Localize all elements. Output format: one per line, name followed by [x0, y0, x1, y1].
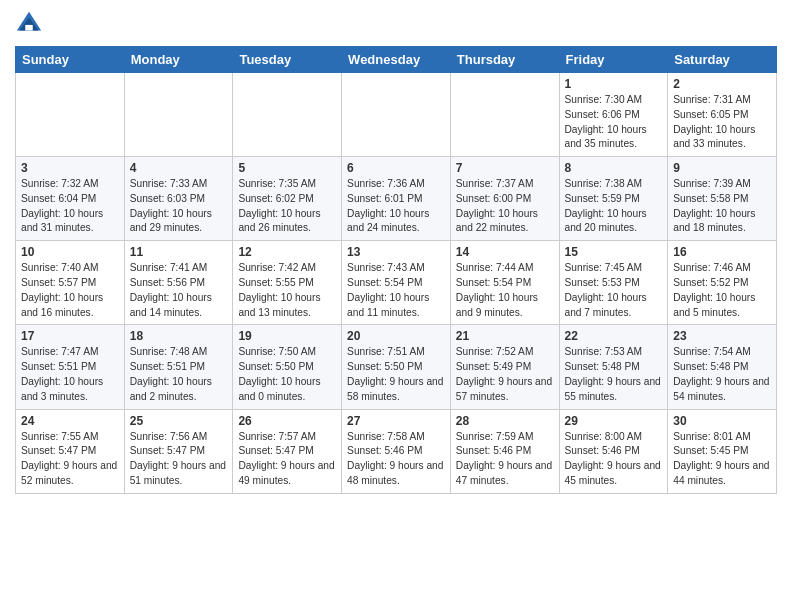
day-number: 25: [130, 414, 228, 428]
day-number: 28: [456, 414, 554, 428]
calendar-cell: 10Sunrise: 7:40 AM Sunset: 5:57 PM Dayli…: [16, 241, 125, 325]
calendar-cell: 25Sunrise: 7:56 AM Sunset: 5:47 PM Dayli…: [124, 409, 233, 493]
day-number: 16: [673, 245, 771, 259]
day-number: 24: [21, 414, 119, 428]
calendar-cell: 28Sunrise: 7:59 AM Sunset: 5:46 PM Dayli…: [450, 409, 559, 493]
day-info: Sunrise: 7:32 AM Sunset: 6:04 PM Dayligh…: [21, 177, 119, 236]
day-number: 21: [456, 329, 554, 343]
day-info: Sunrise: 7:38 AM Sunset: 5:59 PM Dayligh…: [565, 177, 663, 236]
calendar-cell: 30Sunrise: 8:01 AM Sunset: 5:45 PM Dayli…: [668, 409, 777, 493]
day-number: 5: [238, 161, 336, 175]
day-info: Sunrise: 7:59 AM Sunset: 5:46 PM Dayligh…: [456, 430, 554, 489]
day-number: 23: [673, 329, 771, 343]
calendar-cell: 7Sunrise: 7:37 AM Sunset: 6:00 PM Daylig…: [450, 157, 559, 241]
day-info: Sunrise: 7:43 AM Sunset: 5:54 PM Dayligh…: [347, 261, 445, 320]
day-number: 1: [565, 77, 663, 91]
day-info: Sunrise: 7:52 AM Sunset: 5:49 PM Dayligh…: [456, 345, 554, 404]
calendar-cell: 16Sunrise: 7:46 AM Sunset: 5:52 PM Dayli…: [668, 241, 777, 325]
calendar-cell: 19Sunrise: 7:50 AM Sunset: 5:50 PM Dayli…: [233, 325, 342, 409]
calendar-cell: 24Sunrise: 7:55 AM Sunset: 5:47 PM Dayli…: [16, 409, 125, 493]
calendar-cell: 8Sunrise: 7:38 AM Sunset: 5:59 PM Daylig…: [559, 157, 668, 241]
calendar-cell: 14Sunrise: 7:44 AM Sunset: 5:54 PM Dayli…: [450, 241, 559, 325]
day-info: Sunrise: 7:40 AM Sunset: 5:57 PM Dayligh…: [21, 261, 119, 320]
calendar-cell: 22Sunrise: 7:53 AM Sunset: 5:48 PM Dayli…: [559, 325, 668, 409]
day-info: Sunrise: 7:35 AM Sunset: 6:02 PM Dayligh…: [238, 177, 336, 236]
day-info: Sunrise: 7:48 AM Sunset: 5:51 PM Dayligh…: [130, 345, 228, 404]
day-header-tuesday: Tuesday: [233, 47, 342, 73]
day-number: 19: [238, 329, 336, 343]
calendar-cell: 29Sunrise: 8:00 AM Sunset: 5:46 PM Dayli…: [559, 409, 668, 493]
day-number: 11: [130, 245, 228, 259]
calendar-table: SundayMondayTuesdayWednesdayThursdayFrid…: [15, 46, 777, 494]
day-header-thursday: Thursday: [450, 47, 559, 73]
calendar-cell: 2Sunrise: 7:31 AM Sunset: 6:05 PM Daylig…: [668, 73, 777, 157]
day-number: 17: [21, 329, 119, 343]
day-number: 8: [565, 161, 663, 175]
day-header-sunday: Sunday: [16, 47, 125, 73]
calendar-cell: 27Sunrise: 7:58 AM Sunset: 5:46 PM Dayli…: [342, 409, 451, 493]
day-number: 29: [565, 414, 663, 428]
calendar-week-1: 1Sunrise: 7:30 AM Sunset: 6:06 PM Daylig…: [16, 73, 777, 157]
day-info: Sunrise: 7:57 AM Sunset: 5:47 PM Dayligh…: [238, 430, 336, 489]
day-number: 27: [347, 414, 445, 428]
day-info: Sunrise: 7:42 AM Sunset: 5:55 PM Dayligh…: [238, 261, 336, 320]
day-header-wednesday: Wednesday: [342, 47, 451, 73]
day-info: Sunrise: 7:45 AM Sunset: 5:53 PM Dayligh…: [565, 261, 663, 320]
calendar-cell: 1Sunrise: 7:30 AM Sunset: 6:06 PM Daylig…: [559, 73, 668, 157]
calendar-cell: 17Sunrise: 7:47 AM Sunset: 5:51 PM Dayli…: [16, 325, 125, 409]
calendar-cell: 5Sunrise: 7:35 AM Sunset: 6:02 PM Daylig…: [233, 157, 342, 241]
svg-rect-2: [25, 25, 32, 31]
day-header-monday: Monday: [124, 47, 233, 73]
logo-icon: [15, 10, 43, 38]
day-number: 15: [565, 245, 663, 259]
calendar-week-4: 17Sunrise: 7:47 AM Sunset: 5:51 PM Dayli…: [16, 325, 777, 409]
day-info: Sunrise: 7:30 AM Sunset: 6:06 PM Dayligh…: [565, 93, 663, 152]
day-header-friday: Friday: [559, 47, 668, 73]
calendar-cell: 11Sunrise: 7:41 AM Sunset: 5:56 PM Dayli…: [124, 241, 233, 325]
day-number: 7: [456, 161, 554, 175]
day-header-saturday: Saturday: [668, 47, 777, 73]
day-number: 12: [238, 245, 336, 259]
day-number: 2: [673, 77, 771, 91]
day-info: Sunrise: 7:47 AM Sunset: 5:51 PM Dayligh…: [21, 345, 119, 404]
calendar-cell: [342, 73, 451, 157]
calendar-cell: 3Sunrise: 7:32 AM Sunset: 6:04 PM Daylig…: [16, 157, 125, 241]
calendar-cell: 4Sunrise: 7:33 AM Sunset: 6:03 PM Daylig…: [124, 157, 233, 241]
calendar-header-row: SundayMondayTuesdayWednesdayThursdayFrid…: [16, 47, 777, 73]
calendar-cell: 21Sunrise: 7:52 AM Sunset: 5:49 PM Dayli…: [450, 325, 559, 409]
day-info: Sunrise: 7:56 AM Sunset: 5:47 PM Dayligh…: [130, 430, 228, 489]
day-number: 13: [347, 245, 445, 259]
calendar-week-3: 10Sunrise: 7:40 AM Sunset: 5:57 PM Dayli…: [16, 241, 777, 325]
day-info: Sunrise: 7:51 AM Sunset: 5:50 PM Dayligh…: [347, 345, 445, 404]
day-number: 18: [130, 329, 228, 343]
calendar-cell: [233, 73, 342, 157]
day-number: 22: [565, 329, 663, 343]
day-info: Sunrise: 7:39 AM Sunset: 5:58 PM Dayligh…: [673, 177, 771, 236]
calendar-cell: 6Sunrise: 7:36 AM Sunset: 6:01 PM Daylig…: [342, 157, 451, 241]
day-number: 26: [238, 414, 336, 428]
calendar-cell: 26Sunrise: 7:57 AM Sunset: 5:47 PM Dayli…: [233, 409, 342, 493]
calendar-week-2: 3Sunrise: 7:32 AM Sunset: 6:04 PM Daylig…: [16, 157, 777, 241]
day-number: 14: [456, 245, 554, 259]
day-info: Sunrise: 7:31 AM Sunset: 6:05 PM Dayligh…: [673, 93, 771, 152]
calendar-cell: 20Sunrise: 7:51 AM Sunset: 5:50 PM Dayli…: [342, 325, 451, 409]
calendar-cell: 12Sunrise: 7:42 AM Sunset: 5:55 PM Dayli…: [233, 241, 342, 325]
calendar-cell: 15Sunrise: 7:45 AM Sunset: 5:53 PM Dayli…: [559, 241, 668, 325]
day-info: Sunrise: 7:36 AM Sunset: 6:01 PM Dayligh…: [347, 177, 445, 236]
day-info: Sunrise: 7:37 AM Sunset: 6:00 PM Dayligh…: [456, 177, 554, 236]
day-info: Sunrise: 7:44 AM Sunset: 5:54 PM Dayligh…: [456, 261, 554, 320]
logo: [15, 10, 47, 38]
day-number: 9: [673, 161, 771, 175]
day-number: 20: [347, 329, 445, 343]
day-number: 30: [673, 414, 771, 428]
calendar-week-5: 24Sunrise: 7:55 AM Sunset: 5:47 PM Dayli…: [16, 409, 777, 493]
day-info: Sunrise: 7:58 AM Sunset: 5:46 PM Dayligh…: [347, 430, 445, 489]
calendar-cell: [16, 73, 125, 157]
day-info: Sunrise: 7:46 AM Sunset: 5:52 PM Dayligh…: [673, 261, 771, 320]
day-info: Sunrise: 8:01 AM Sunset: 5:45 PM Dayligh…: [673, 430, 771, 489]
day-info: Sunrise: 7:33 AM Sunset: 6:03 PM Dayligh…: [130, 177, 228, 236]
page-header: [15, 10, 777, 38]
day-info: Sunrise: 7:41 AM Sunset: 5:56 PM Dayligh…: [130, 261, 228, 320]
day-number: 10: [21, 245, 119, 259]
calendar-cell: 9Sunrise: 7:39 AM Sunset: 5:58 PM Daylig…: [668, 157, 777, 241]
